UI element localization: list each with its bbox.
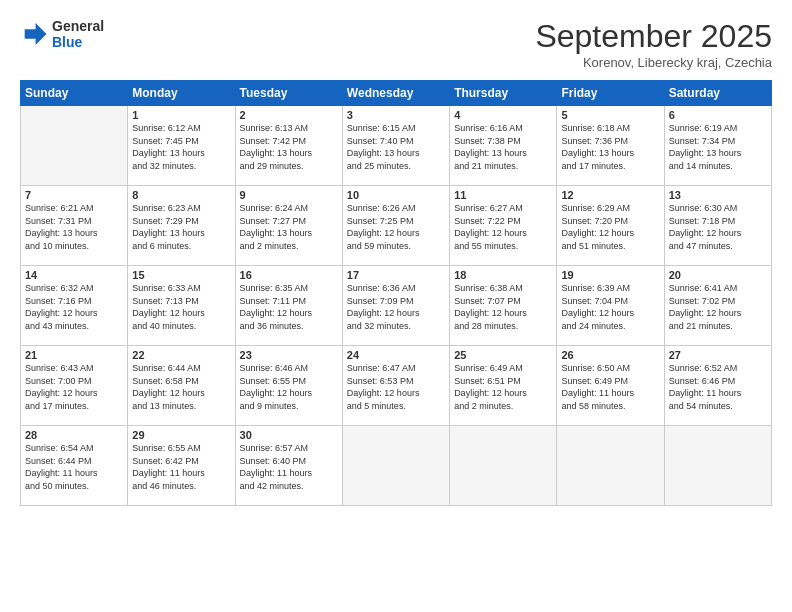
weekday-header: Sunday [21, 81, 128, 106]
day-info: Sunrise: 6:26 AM Sunset: 7:25 PM Dayligh… [347, 202, 445, 252]
day-number: 21 [25, 349, 123, 361]
day-info: Sunrise: 6:18 AM Sunset: 7:36 PM Dayligh… [561, 122, 659, 172]
calendar-cell: 23Sunrise: 6:46 AM Sunset: 6:55 PM Dayli… [235, 346, 342, 426]
day-info: Sunrise: 6:39 AM Sunset: 7:04 PM Dayligh… [561, 282, 659, 332]
weekday-header-row: SundayMondayTuesdayWednesdayThursdayFrid… [21, 81, 772, 106]
day-info: Sunrise: 6:21 AM Sunset: 7:31 PM Dayligh… [25, 202, 123, 252]
calendar-cell: 10Sunrise: 6:26 AM Sunset: 7:25 PM Dayli… [342, 186, 449, 266]
calendar-cell: 20Sunrise: 6:41 AM Sunset: 7:02 PM Dayli… [664, 266, 771, 346]
day-number: 18 [454, 269, 552, 281]
logo: General Blue [20, 18, 104, 50]
calendar-table: SundayMondayTuesdayWednesdayThursdayFrid… [20, 80, 772, 506]
calendar-week-row: 1Sunrise: 6:12 AM Sunset: 7:45 PM Daylig… [21, 106, 772, 186]
calendar-cell: 14Sunrise: 6:32 AM Sunset: 7:16 PM Dayli… [21, 266, 128, 346]
day-number: 15 [132, 269, 230, 281]
day-info: Sunrise: 6:47 AM Sunset: 6:53 PM Dayligh… [347, 362, 445, 412]
month-title: September 2025 [535, 18, 772, 55]
day-info: Sunrise: 6:44 AM Sunset: 6:58 PM Dayligh… [132, 362, 230, 412]
day-number: 26 [561, 349, 659, 361]
day-number: 22 [132, 349, 230, 361]
logo-line2: Blue [52, 34, 104, 50]
calendar-cell: 19Sunrise: 6:39 AM Sunset: 7:04 PM Dayli… [557, 266, 664, 346]
weekday-header: Tuesday [235, 81, 342, 106]
calendar-page: General Blue September 2025 Korenov, Lib… [0, 0, 792, 612]
logo-line1: General [52, 18, 104, 34]
day-number: 1 [132, 109, 230, 121]
day-number: 14 [25, 269, 123, 281]
calendar-cell [342, 426, 449, 506]
day-info: Sunrise: 6:41 AM Sunset: 7:02 PM Dayligh… [669, 282, 767, 332]
weekday-header: Monday [128, 81, 235, 106]
day-number: 8 [132, 189, 230, 201]
calendar-body: 1Sunrise: 6:12 AM Sunset: 7:45 PM Daylig… [21, 106, 772, 506]
day-number: 3 [347, 109, 445, 121]
day-number: 27 [669, 349, 767, 361]
day-number: 5 [561, 109, 659, 121]
header: General Blue September 2025 Korenov, Lib… [20, 18, 772, 70]
day-info: Sunrise: 6:15 AM Sunset: 7:40 PM Dayligh… [347, 122, 445, 172]
calendar-cell: 11Sunrise: 6:27 AM Sunset: 7:22 PM Dayli… [450, 186, 557, 266]
day-number: 9 [240, 189, 338, 201]
day-number: 30 [240, 429, 338, 441]
day-info: Sunrise: 6:43 AM Sunset: 7:00 PM Dayligh… [25, 362, 123, 412]
calendar-cell: 15Sunrise: 6:33 AM Sunset: 7:13 PM Dayli… [128, 266, 235, 346]
day-number: 20 [669, 269, 767, 281]
day-number: 17 [347, 269, 445, 281]
calendar-cell: 17Sunrise: 6:36 AM Sunset: 7:09 PM Dayli… [342, 266, 449, 346]
calendar-cell: 26Sunrise: 6:50 AM Sunset: 6:49 PM Dayli… [557, 346, 664, 426]
calendar-cell [557, 426, 664, 506]
day-info: Sunrise: 6:16 AM Sunset: 7:38 PM Dayligh… [454, 122, 552, 172]
day-number: 28 [25, 429, 123, 441]
day-number: 10 [347, 189, 445, 201]
day-number: 29 [132, 429, 230, 441]
calendar-cell: 6Sunrise: 6:19 AM Sunset: 7:34 PM Daylig… [664, 106, 771, 186]
calendar-cell: 18Sunrise: 6:38 AM Sunset: 7:07 PM Dayli… [450, 266, 557, 346]
svg-marker-0 [25, 23, 47, 45]
day-info: Sunrise: 6:38 AM Sunset: 7:07 PM Dayligh… [454, 282, 552, 332]
day-number: 4 [454, 109, 552, 121]
weekday-header: Thursday [450, 81, 557, 106]
day-number: 16 [240, 269, 338, 281]
day-info: Sunrise: 6:30 AM Sunset: 7:18 PM Dayligh… [669, 202, 767, 252]
day-number: 24 [347, 349, 445, 361]
location: Korenov, Liberecky kraj, Czechia [535, 55, 772, 70]
day-info: Sunrise: 6:23 AM Sunset: 7:29 PM Dayligh… [132, 202, 230, 252]
calendar-cell [450, 426, 557, 506]
calendar-week-row: 28Sunrise: 6:54 AM Sunset: 6:44 PM Dayli… [21, 426, 772, 506]
weekday-header: Friday [557, 81, 664, 106]
calendar-cell: 12Sunrise: 6:29 AM Sunset: 7:20 PM Dayli… [557, 186, 664, 266]
day-info: Sunrise: 6:46 AM Sunset: 6:55 PM Dayligh… [240, 362, 338, 412]
day-number: 6 [669, 109, 767, 121]
title-area: September 2025 Korenov, Liberecky kraj, … [535, 18, 772, 70]
calendar-header: SundayMondayTuesdayWednesdayThursdayFrid… [21, 81, 772, 106]
calendar-cell [21, 106, 128, 186]
calendar-cell: 25Sunrise: 6:49 AM Sunset: 6:51 PM Dayli… [450, 346, 557, 426]
day-info: Sunrise: 6:33 AM Sunset: 7:13 PM Dayligh… [132, 282, 230, 332]
day-number: 12 [561, 189, 659, 201]
weekday-header: Wednesday [342, 81, 449, 106]
day-number: 7 [25, 189, 123, 201]
day-info: Sunrise: 6:32 AM Sunset: 7:16 PM Dayligh… [25, 282, 123, 332]
calendar-cell: 9Sunrise: 6:24 AM Sunset: 7:27 PM Daylig… [235, 186, 342, 266]
calendar-cell: 28Sunrise: 6:54 AM Sunset: 6:44 PM Dayli… [21, 426, 128, 506]
calendar-cell: 30Sunrise: 6:57 AM Sunset: 6:40 PM Dayli… [235, 426, 342, 506]
day-info: Sunrise: 6:24 AM Sunset: 7:27 PM Dayligh… [240, 202, 338, 252]
calendar-cell [664, 426, 771, 506]
calendar-week-row: 7Sunrise: 6:21 AM Sunset: 7:31 PM Daylig… [21, 186, 772, 266]
calendar-cell: 3Sunrise: 6:15 AM Sunset: 7:40 PM Daylig… [342, 106, 449, 186]
calendar-cell: 22Sunrise: 6:44 AM Sunset: 6:58 PM Dayli… [128, 346, 235, 426]
day-info: Sunrise: 6:19 AM Sunset: 7:34 PM Dayligh… [669, 122, 767, 172]
day-info: Sunrise: 6:49 AM Sunset: 6:51 PM Dayligh… [454, 362, 552, 412]
logo-text: General Blue [52, 18, 104, 50]
day-number: 13 [669, 189, 767, 201]
weekday-header: Saturday [664, 81, 771, 106]
calendar-cell: 5Sunrise: 6:18 AM Sunset: 7:36 PM Daylig… [557, 106, 664, 186]
calendar-cell: 13Sunrise: 6:30 AM Sunset: 7:18 PM Dayli… [664, 186, 771, 266]
calendar-cell: 27Sunrise: 6:52 AM Sunset: 6:46 PM Dayli… [664, 346, 771, 426]
day-number: 19 [561, 269, 659, 281]
calendar-cell: 8Sunrise: 6:23 AM Sunset: 7:29 PM Daylig… [128, 186, 235, 266]
calendar-cell: 2Sunrise: 6:13 AM Sunset: 7:42 PM Daylig… [235, 106, 342, 186]
day-info: Sunrise: 6:27 AM Sunset: 7:22 PM Dayligh… [454, 202, 552, 252]
calendar-cell: 29Sunrise: 6:55 AM Sunset: 6:42 PM Dayli… [128, 426, 235, 506]
day-info: Sunrise: 6:54 AM Sunset: 6:44 PM Dayligh… [25, 442, 123, 492]
